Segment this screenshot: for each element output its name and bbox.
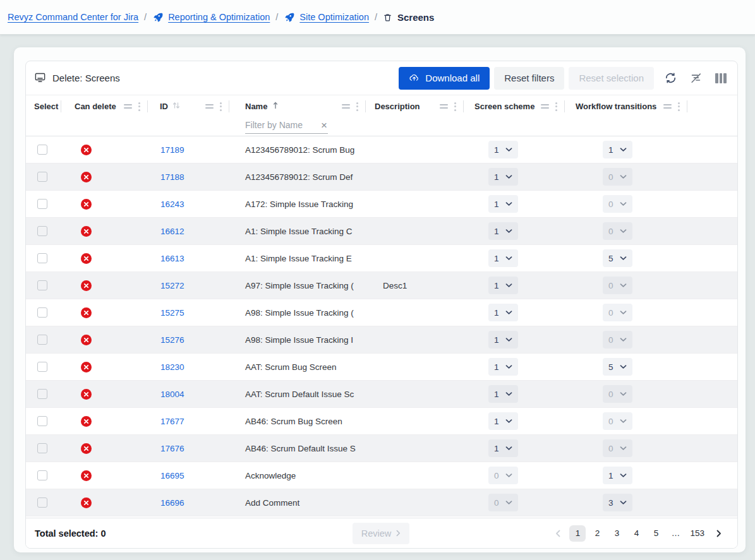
screen-scheme-dropdown[interactable]: 1 [488,277,518,294]
screen-id-link[interactable]: 16695 [160,471,184,480]
cannot-delete-icon [81,362,92,372]
filter-icon[interactable] [663,104,672,109]
row-checkbox[interactable] [37,335,47,345]
name-filter-input[interactable] [245,120,320,130]
workflow-transitions-dropdown[interactable]: 0 [603,439,632,457]
sort-asc-icon[interactable] [272,102,279,111]
refresh-icon[interactable] [661,69,679,88]
column-menu-icon[interactable] [554,101,559,112]
workflow-transitions-dropdown[interactable]: 0 [603,222,632,240]
pagination-prev-icon[interactable] [550,525,566,542]
pagination-page[interactable]: 4 [628,525,644,542]
sort-updown-icon[interactable] [172,102,180,111]
pagination-page[interactable]: 3 [608,525,625,542]
pagination-page[interactable]: 2 [589,525,605,542]
screen-scheme-dropdown[interactable]: 1 [488,385,518,403]
column-menu-icon[interactable] [355,101,359,112]
pagination-next-icon[interactable] [711,525,727,542]
screen-id-link[interactable]: 16243 [160,200,184,209]
screen-id-link[interactable]: 15276 [160,335,184,345]
screen-scheme-dropdown[interactable]: 1 [488,195,518,213]
row-checkbox[interactable] [37,199,47,209]
cannot-delete-icon [81,470,92,481]
screen-id-link[interactable]: 17189 [160,145,184,155]
table-row: 16612A1: Simple Issue Tracking C10 [26,218,737,245]
review-button[interactable]: Review [353,523,410,544]
column-menu-icon[interactable] [219,101,223,112]
workflow-transitions-dropdown[interactable]: 0 [603,412,632,430]
workflow-transitions-dropdown[interactable]: 1 [603,467,632,484]
pagination-page[interactable]: 1 [569,525,586,542]
breadcrumb-link-command-center[interactable]: Revyz Command Center for Jira [8,12,138,22]
row-checkbox[interactable] [37,226,47,236]
workflow-transitions-dropdown[interactable]: 0 [603,385,632,403]
screen-id-link[interactable]: 18230 [160,362,184,372]
workflow-transitions-dropdown[interactable]: 3 [603,494,632,511]
breadcrumb-link-reporting-optimization[interactable]: Reporting & Optimization [152,12,270,23]
row-checkbox[interactable] [37,253,47,263]
filter-off-icon[interactable] [687,69,704,88]
table-row: 15272A97: Simple Issue Tracking (Desc110 [26,272,737,299]
column-menu-icon[interactable] [137,101,142,112]
filter-icon[interactable] [541,104,549,109]
screen-scheme-dropdown[interactable]: 0 [488,467,518,484]
workflow-transitions-dropdown[interactable]: 0 [603,195,632,213]
row-checkbox[interactable] [37,307,47,318]
workflow-transitions-dropdown[interactable]: 0 [603,304,632,321]
screen-id-link[interactable]: 15275 [160,308,184,318]
breadcrumb-link-site-optimization[interactable]: Site Optimization [284,12,369,23]
workflow-transitions-dropdown[interactable]: 0 [603,277,632,294]
row-checkbox[interactable] [37,443,47,453]
row-checkbox[interactable] [37,389,47,399]
row-checkbox[interactable] [37,280,47,290]
filter-icon[interactable] [205,104,214,109]
filter-icon[interactable] [440,104,448,109]
table-row: 17189A123456789012: Scrum Bug11 [26,136,737,164]
filter-icon[interactable] [124,104,132,109]
screen-id-link[interactable]: 17188 [160,172,184,182]
screen-name: Add Comment [245,498,299,508]
screen-scheme-dropdown[interactable]: 1 [488,222,518,240]
reset-filters-button[interactable]: Reset filters [494,67,564,90]
screen-scheme-dropdown[interactable]: 0 [488,494,518,511]
workflow-transitions-dropdown[interactable]: 5 [603,358,632,376]
column-header-name[interactable]: Name [229,95,366,117]
workflow-transitions-dropdown[interactable]: 0 [603,168,632,186]
screen-scheme-dropdown[interactable]: 1 [488,249,518,267]
cannot-delete-icon [81,280,92,291]
screen-scheme-dropdown[interactable]: 1 [488,168,518,186]
screen-name: AAT: Scrum Bug Screen [245,362,337,372]
column-header-id[interactable]: ID [148,95,229,117]
columns-icon[interactable] [712,69,730,88]
screen-scheme-dropdown[interactable]: 1 [488,331,518,349]
screen-scheme-dropdown[interactable]: 1 [488,439,518,457]
column-menu-icon[interactable] [453,101,457,112]
screen-id-link[interactable]: 18004 [160,390,184,399]
reset-selection-button[interactable]: Reset selection [569,67,654,90]
column-menu-icon[interactable] [677,101,681,112]
row-checkbox[interactable] [37,497,47,508]
workflow-transitions-dropdown[interactable]: 0 [603,331,632,349]
screen-scheme-dropdown[interactable]: 1 [488,141,518,158]
download-all-button[interactable]: Download all [399,67,490,90]
workflow-transitions-dropdown[interactable]: 5 [603,249,632,267]
pagination-page[interactable]: 5 [648,525,664,542]
screen-id-link[interactable]: 15272 [160,281,184,290]
row-checkbox[interactable] [37,470,47,480]
row-checkbox[interactable] [37,416,47,426]
pagination-page[interactable]: 153 [687,525,708,542]
workflow-transitions-dropdown[interactable]: 1 [603,141,632,158]
screen-id-link[interactable]: 16612 [160,227,184,236]
screen-id-link[interactable]: 17677 [160,417,184,426]
screen-id-link[interactable]: 16613 [160,254,184,263]
row-checkbox[interactable] [37,172,47,182]
filter-icon[interactable] [342,104,350,109]
clear-filter-icon[interactable]: × [320,120,328,131]
row-checkbox[interactable] [37,362,47,372]
screen-id-link[interactable]: 16696 [160,498,184,508]
screen-scheme-dropdown[interactable]: 1 [488,412,518,430]
screen-scheme-dropdown[interactable]: 1 [488,304,518,321]
screen-scheme-dropdown[interactable]: 1 [488,358,518,376]
screen-id-link[interactable]: 17676 [160,444,184,453]
row-checkbox[interactable] [37,145,47,155]
